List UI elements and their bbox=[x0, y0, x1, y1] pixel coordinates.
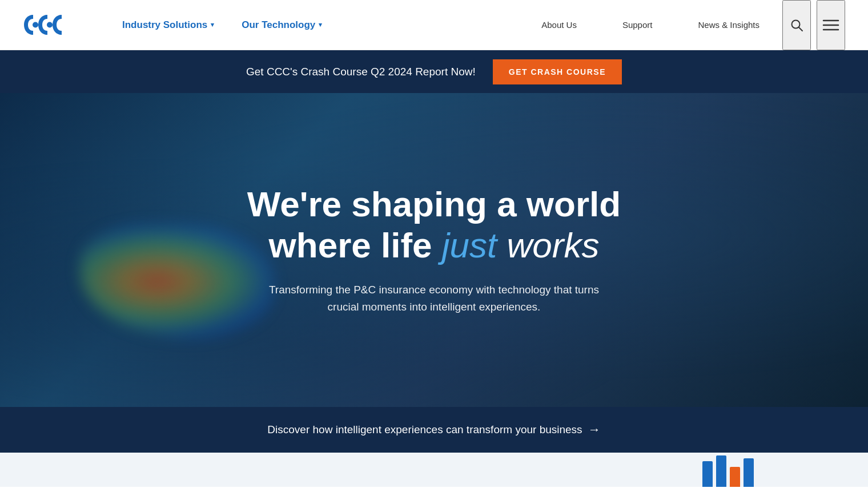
discover-arrow-icon: → bbox=[588, 422, 601, 437]
announcement-text: Get CCC's Crash Course Q2 2024 Report No… bbox=[246, 66, 476, 78]
hero-content: We're shaping a world where life just wo… bbox=[236, 184, 632, 316]
nav-industry-solutions[interactable]: Industry Solutions ▾ bbox=[108, 0, 228, 50]
bar-3 bbox=[730, 467, 740, 487]
hero-title-works: works bbox=[497, 225, 599, 265]
discover-link[interactable]: Discover how intelligent experiences can… bbox=[267, 422, 600, 437]
nav-news-insights[interactable]: News & Insights bbox=[675, 0, 782, 50]
bar-4 bbox=[744, 458, 754, 487]
nav-our-technology[interactable]: Our Technology ▾ bbox=[228, 0, 336, 50]
announcement-banner: Get CCC's Crash Course Q2 2024 Report No… bbox=[0, 50, 868, 93]
bar-1 bbox=[702, 461, 713, 487]
our-technology-chevron-icon: ▾ bbox=[319, 21, 322, 29]
bar-2 bbox=[716, 455, 726, 487]
secondary-nav: About Us Support News & Insights bbox=[519, 0, 845, 50]
hero-subtitle: Transforming the P&C insurance economy w… bbox=[263, 281, 605, 316]
hero-title: We're shaping a world where life just wo… bbox=[247, 184, 621, 265]
hamburger-icon bbox=[822, 18, 839, 32]
nav-support[interactable]: Support bbox=[600, 0, 676, 50]
svg-point-0 bbox=[33, 22, 38, 28]
search-button[interactable] bbox=[782, 0, 811, 50]
primary-nav: Industry Solutions ▾ Our Technology ▾ bbox=[108, 0, 336, 50]
industry-solutions-chevron-icon: ▾ bbox=[211, 21, 214, 29]
bar-chart-decoration bbox=[702, 453, 754, 487]
get-crash-course-button[interactable]: GET CRASH COURSE bbox=[493, 59, 622, 84]
bottom-decorative-section bbox=[0, 453, 868, 487]
logo[interactable] bbox=[23, 9, 86, 41]
main-header: Industry Solutions ▾ Our Technology ▾ Ab… bbox=[0, 0, 868, 50]
nav-about-us[interactable]: About Us bbox=[519, 0, 600, 50]
svg-line-3 bbox=[799, 27, 802, 31]
hamburger-menu-button[interactable] bbox=[817, 0, 845, 50]
hero-section: We're shaping a world where life just wo… bbox=[0, 93, 868, 407]
search-icon bbox=[790, 18, 803, 32]
discover-bar: Discover how intelligent experiences can… bbox=[0, 407, 868, 453]
hero-title-just: just bbox=[442, 225, 497, 265]
svg-point-1 bbox=[47, 22, 53, 28]
